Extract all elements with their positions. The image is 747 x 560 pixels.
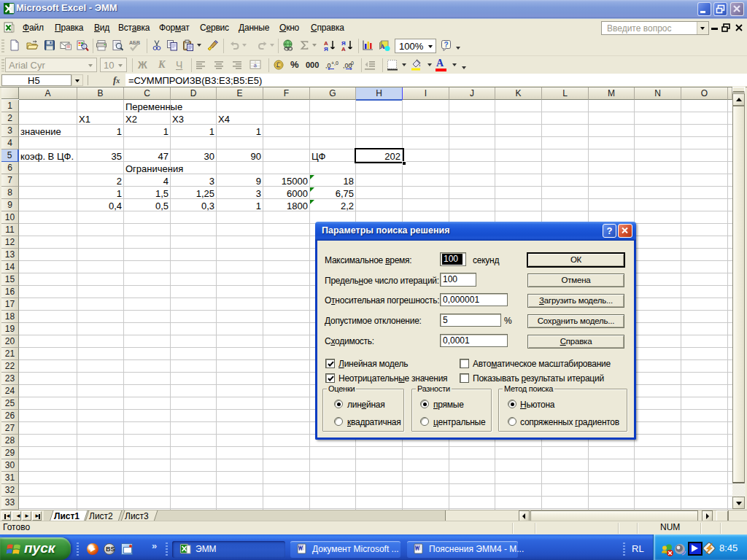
svg-text:A: A	[380, 43, 385, 50]
svg-text:,0: ,0	[349, 61, 354, 66]
svg-text:А: А	[341, 46, 346, 52]
svg-text:Я: Я	[324, 46, 328, 52]
svg-text:АБВ: АБВ	[129, 40, 140, 45]
svg-text:?: ?	[444, 41, 449, 49]
svg-text:,0: ,0	[325, 62, 331, 69]
svg-text:+,0: +,0	[331, 61, 338, 66]
svg-text:a: a	[254, 62, 258, 69]
